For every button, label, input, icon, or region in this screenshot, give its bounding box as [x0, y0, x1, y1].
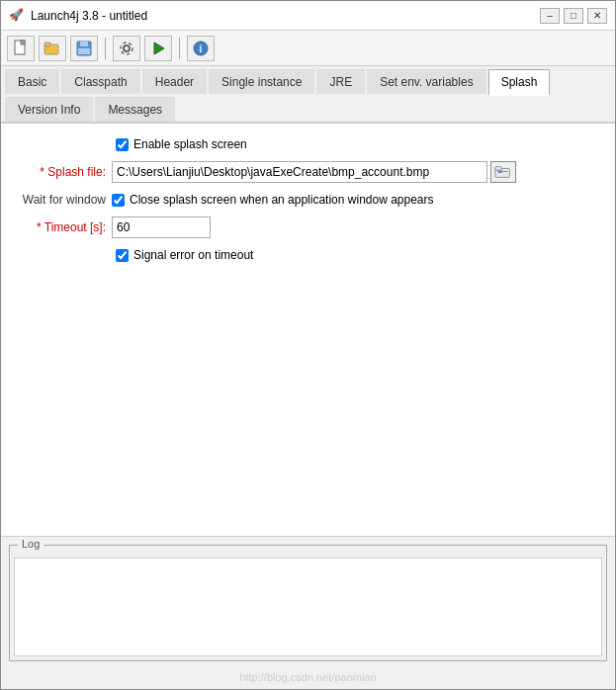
main-window: 🚀 Launch4j 3.8 - untitled – □ ✕	[0, 0, 616, 690]
tab-jre[interactable]: JRE	[316, 69, 365, 94]
run-button[interactable]	[144, 36, 172, 61]
settings-button[interactable]	[113, 36, 140, 61]
splash-file-input[interactable]	[112, 161, 487, 183]
svg-rect-5	[80, 42, 88, 46]
timeout-row: * Timeout [s]:	[17, 216, 599, 238]
svg-rect-6	[78, 48, 90, 54]
splash-file-row: * Splash file:	[17, 161, 599, 183]
enable-splash-row: Enable splash screen	[116, 137, 599, 151]
bottom-section: Log http://blog.csdn.net/paomian	[1, 536, 615, 689]
tab-messages[interactable]: Messages	[95, 97, 175, 122]
window-title: Launch4j 3.8 - untitled	[31, 9, 147, 23]
new-button[interactable]	[7, 36, 35, 61]
save-button[interactable]	[70, 36, 98, 61]
title-bar-controls: – □ ✕	[540, 8, 607, 24]
content-area: Enable splash screen * Splash file: Wait…	[1, 124, 615, 536]
browse-button[interactable]	[490, 161, 516, 183]
enable-splash-label[interactable]: Enable splash screen	[133, 137, 247, 151]
run-icon	[149, 40, 167, 57]
new-icon	[12, 40, 30, 57]
app-icon: 🚀	[9, 8, 25, 24]
close-splash-checkbox[interactable]	[112, 194, 125, 207]
tab-basic[interactable]: Basic	[5, 69, 59, 94]
log-textarea-area	[14, 558, 602, 656]
settings-icon	[118, 40, 135, 57]
enable-splash-checkbox[interactable]	[116, 138, 129, 151]
open-icon	[44, 40, 61, 57]
tab-version-info[interactable]: Version Info	[5, 97, 93, 122]
tab-single-instance[interactable]: Single instance	[209, 69, 314, 94]
open-button[interactable]	[39, 36, 66, 61]
minimize-button[interactable]: –	[540, 8, 560, 24]
svg-point-8	[121, 43, 132, 54]
splash-file-label: * Splash file:	[17, 165, 106, 179]
log-group: Log	[9, 545, 607, 661]
tab-set-env-variables[interactable]: Set env. variables	[367, 69, 486, 94]
toolbar-separator-1	[105, 38, 106, 59]
wait-for-window-row: Wait for window Close splash screen when…	[17, 193, 599, 207]
log-container: Log	[9, 545, 607, 661]
toolbar: i	[1, 31, 615, 66]
tab-header[interactable]: Header	[142, 69, 207, 94]
signal-error-row: Signal error on timeout	[116, 248, 599, 262]
svg-point-7	[124, 45, 130, 51]
maximize-button[interactable]: □	[564, 8, 583, 24]
signal-error-checkbox[interactable]	[116, 249, 129, 262]
svg-marker-9	[154, 43, 164, 54]
log-textarea[interactable]	[15, 559, 601, 655]
info-button[interactable]: i	[187, 36, 215, 61]
close-splash-label[interactable]: Close splash screen when an application …	[130, 193, 434, 207]
tab-splash[interactable]: Splash	[488, 69, 551, 96]
svg-text:i: i	[200, 43, 203, 54]
wait-for-window-label: Wait for window	[17, 193, 106, 207]
info-icon: i	[192, 40, 210, 57]
watermark: http://blog.csdn.net/paomian	[1, 669, 615, 689]
timeout-input[interactable]	[112, 216, 211, 238]
toolbar-separator-2	[179, 38, 180, 59]
signal-error-label[interactable]: Signal error on timeout	[133, 248, 253, 262]
browse-icon	[494, 164, 512, 180]
timeout-label: * Timeout [s]:	[17, 220, 106, 234]
close-button[interactable]: ✕	[587, 8, 607, 24]
title-bar: 🚀 Launch4j 3.8 - untitled – □ ✕	[1, 1, 615, 31]
tabs-bar: Basic Classpath Header Single instance J…	[1, 66, 615, 124]
tab-classpath[interactable]: Classpath	[61, 69, 139, 94]
svg-rect-13	[495, 167, 501, 171]
save-icon	[75, 40, 93, 57]
svg-rect-3	[44, 43, 50, 46]
title-bar-left: 🚀 Launch4j 3.8 - untitled	[9, 8, 147, 24]
log-label: Log	[18, 538, 44, 550]
